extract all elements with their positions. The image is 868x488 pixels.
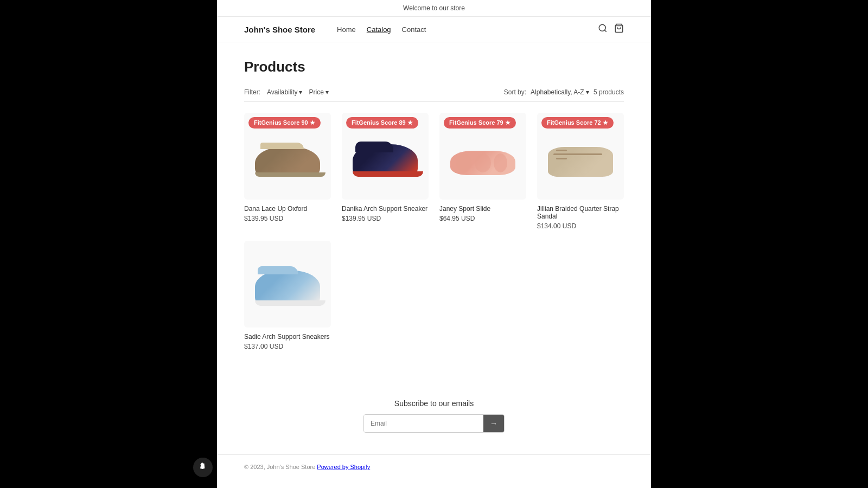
nav-home[interactable]: Home: [337, 25, 356, 34]
email-input[interactable]: [364, 415, 483, 432]
subscribe-button[interactable]: →: [483, 415, 504, 432]
badge-text-1: FitGenius Score 90 ★: [254, 119, 315, 126]
main-content: Products Filter: Availability ▾ Price ▾ …: [217, 42, 651, 383]
shoe-image-5: [255, 271, 320, 306]
chevron-down-icon: ▾: [326, 88, 329, 96]
products-count: 5 products: [593, 88, 624, 96]
search-button[interactable]: [598, 23, 608, 35]
product-card-4[interactable]: FitGenius Score 72 ★ Jillian Braided Qua…: [537, 113, 624, 230]
shopify-icon: [197, 462, 208, 473]
product-name-3: Janey Sport Slide: [439, 205, 526, 213]
subscribe-section: Subscribe to our emails →: [217, 383, 651, 454]
footer: © 2023, John's Shoe Store Powered by Sho…: [217, 454, 651, 479]
products-grid-row1: FitGenius Score 90 ★ Dana Lace Up Oxford…: [244, 113, 624, 230]
shoe-image-1: [255, 147, 320, 177]
nav-contact[interactable]: Contact: [402, 25, 426, 34]
shoe-image-3: [450, 151, 515, 175]
svg-line-1: [604, 30, 606, 31]
main-nav: Home Catalog Contact: [337, 25, 598, 34]
chevron-down-icon: ▾: [299, 88, 302, 96]
price-filter[interactable]: Price ▾: [309, 88, 328, 96]
filter-left: Filter: Availability ▾ Price ▾: [244, 88, 329, 96]
copyright: © 2023, John's Shoe Store: [244, 464, 315, 470]
product-card-5[interactable]: Sadie Arch Support Sneakers $137.00 USD: [244, 241, 331, 350]
announcement-bar: Welcome to our store: [217, 0, 651, 17]
product-price-4: $134.00 USD: [537, 222, 624, 230]
shoe-image-4: [548, 147, 613, 177]
store-name[interactable]: John's Shoe Store: [244, 25, 315, 34]
product-name-4: Jillian Braided Quarter Strap Sandal: [537, 205, 624, 220]
header-icons: [598, 23, 624, 35]
sort-select[interactable]: Alphabetically, A-Z ▾: [531, 88, 589, 96]
product-name-2: Danika Arch Support Sneaker: [342, 205, 429, 213]
product-name-1: Dana Lace Up Oxford: [244, 205, 331, 213]
fitgenius-badge-3: FitGenius Score 79 ★: [444, 117, 516, 129]
svg-point-0: [599, 24, 605, 31]
badge-text-2: FitGenius Score 89 ★: [352, 119, 413, 126]
shopify-link[interactable]: Powered by Shopify: [317, 464, 370, 470]
announcement-text: Welcome to our store: [403, 4, 465, 12]
product-card-3[interactable]: FitGenius Score 79 ★ Janey Sport Slide $…: [439, 113, 526, 230]
cart-icon: [614, 23, 624, 33]
product-price-5: $137.00 USD: [244, 343, 331, 350]
product-price-3: $64.95 USD: [439, 215, 526, 222]
cart-button[interactable]: [614, 23, 624, 35]
page-title: Products: [244, 59, 624, 75]
availability-filter[interactable]: Availability ▾: [267, 88, 302, 96]
shopify-badge[interactable]: [193, 458, 213, 477]
chevron-down-icon: ▾: [586, 88, 589, 96]
nav-catalog[interactable]: Catalog: [367, 25, 391, 34]
product-card-1[interactable]: FitGenius Score 90 ★ Dana Lace Up Oxford…: [244, 113, 331, 230]
fitgenius-badge-2: FitGenius Score 89 ★: [346, 117, 418, 129]
filter-label: Filter:: [244, 88, 260, 96]
fitgenius-badge-4: FitGenius Score 72 ★: [541, 117, 614, 129]
header: John's Shoe Store Home Catalog Contact: [217, 17, 651, 42]
product-price-2: $139.95 USD: [342, 215, 429, 222]
fitgenius-badge-1: FitGenius Score 90 ★: [248, 117, 321, 129]
product-card-2[interactable]: FitGenius Score 89 ★ Danika Arch Support…: [342, 113, 429, 230]
product-name-5: Sadie Arch Support Sneakers: [244, 333, 331, 341]
badge-text-3: FitGenius Score 79 ★: [449, 119, 510, 126]
subscribe-form: →: [217, 414, 651, 433]
subscribe-title: Subscribe to our emails: [217, 399, 651, 408]
products-grid-row2: Sadie Arch Support Sneakers $137.00 USD: [244, 241, 624, 350]
product-image-wrap-5: [244, 241, 331, 328]
email-input-wrap: →: [363, 414, 505, 433]
shoe-image-2: [353, 144, 418, 177]
search-icon: [598, 23, 608, 33]
filter-bar: Filter: Availability ▾ Price ▾ Sort by: …: [244, 88, 624, 102]
badge-text-4: FitGenius Score 72 ★: [547, 119, 608, 126]
product-price-1: $139.95 USD: [244, 215, 331, 222]
filter-right: Sort by: Alphabetically, A-Z ▾ 5 product…: [504, 88, 624, 96]
sort-label: Sort by:: [504, 88, 526, 96]
